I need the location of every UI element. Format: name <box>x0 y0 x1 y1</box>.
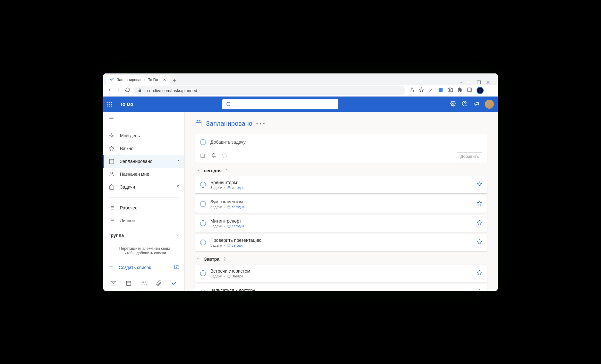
extension-pen-icon[interactable] <box>428 87 434 94</box>
task-content: Записаться к доктору Задачи • Завтра <box>210 288 472 291</box>
svg-marker-72 <box>477 239 482 244</box>
extensions-icon[interactable] <box>457 87 462 94</box>
todo-icon[interactable] <box>171 280 177 287</box>
sidebar-list-item[interactable]: Личное <box>103 214 184 227</box>
task-complete-circle[interactable] <box>200 201 206 207</box>
url-bar[interactable]: to-do.live.com/tasks/planned <box>134 86 405 95</box>
maximize-button[interactable]: ☐ <box>477 80 481 85</box>
calendar-icon[interactable] <box>126 280 131 287</box>
profile-avatar[interactable] <box>477 87 484 94</box>
settings-icon[interactable] <box>450 101 456 108</box>
search-icon <box>226 102 231 107</box>
task-item[interactable]: Встреча с юристом Задачи • Завтра <box>195 265 487 282</box>
repeat-icon[interactable] <box>222 153 227 159</box>
sidebar-item-calendar[interactable]: Запланировано 7 <box>103 155 184 168</box>
star-icon[interactable] <box>477 270 482 277</box>
group-header[interactable]: Группа <box>103 230 184 241</box>
user-icon <box>108 171 115 177</box>
bookmark-star-icon[interactable] <box>419 87 424 94</box>
svg-rect-67 <box>228 225 230 227</box>
due-date-icon[interactable] <box>200 153 205 159</box>
task-complete-circle[interactable] <box>200 240 206 245</box>
sidebar: Мой день Важно Запланировано 7 Назначен … <box>103 112 185 291</box>
task-complete-circle[interactable] <box>200 270 206 276</box>
user-avatar[interactable] <box>485 100 494 109</box>
close-button[interactable]: ✕ <box>486 80 490 85</box>
sidebar-item-label: Важно <box>120 146 133 151</box>
svg-point-2 <box>449 89 451 91</box>
task-content: Митинг-репорт Задачи • сегодня <box>210 218 472 228</box>
task-item[interactable]: Брейншторм Задачи • сегодня <box>195 176 487 193</box>
megaphone-icon[interactable] <box>473 101 479 108</box>
sidebar-item-home[interactable]: Задачи 9 <box>103 181 184 193</box>
star-icon[interactable] <box>477 200 482 207</box>
more-icon[interactable]: • • • <box>256 121 265 126</box>
task-complete-circle[interactable] <box>200 220 206 226</box>
nav-list: Мой день Важно Запланировано 7 Назначен … <box>103 127 184 196</box>
attachment-icon[interactable] <box>156 280 162 287</box>
help-icon[interactable] <box>462 101 468 108</box>
window-controls: — ☐ ✕ <box>459 80 495 85</box>
sidebar-item-count: 9 <box>177 184 179 189</box>
svg-rect-55 <box>196 121 201 126</box>
app-launcher-icon[interactable] <box>107 102 112 107</box>
sidebar-item-star[interactable]: Важно <box>103 142 184 155</box>
reload-button[interactable] <box>125 87 130 94</box>
side-panel-icon[interactable] <box>467 87 472 94</box>
minimize-button[interactable]: — <box>468 80 472 85</box>
reminder-icon[interactable] <box>211 153 216 159</box>
new-tab-button[interactable]: + <box>170 76 179 85</box>
add-task-toolbar: Добавить <box>195 150 487 163</box>
task-list-name: Задачи <box>210 274 222 278</box>
sun-icon <box>108 133 115 139</box>
create-list-button[interactable]: Создать список <box>103 260 184 275</box>
task-complete-circle[interactable] <box>200 182 206 188</box>
add-group-icon[interactable] <box>174 264 179 270</box>
mail-icon[interactable] <box>111 280 116 287</box>
list-icon <box>108 218 115 224</box>
sidebar-item-sun[interactable]: Мой день <box>103 129 184 142</box>
search-input[interactable] <box>222 99 338 109</box>
group-drop-zone[interactable]: Перетащите элементы сюда, чтобы добавить… <box>111 242 179 259</box>
svg-line-30 <box>113 134 113 134</box>
task-item[interactable]: Проверить презентацию Задачи • сегодня <box>195 234 487 251</box>
list-icon <box>108 205 115 211</box>
section-count: 4 <box>225 168 228 173</box>
star-icon[interactable] <box>477 289 482 291</box>
sidebar-list-item[interactable]: Рабочее <box>103 201 184 214</box>
divider <box>108 197 179 198</box>
task-item[interactable]: Записаться к доктору Задачи • Завтра <box>195 284 487 291</box>
star-icon[interactable] <box>477 181 482 188</box>
task-title: Записаться к доктору <box>210 288 472 291</box>
extension-camera-icon[interactable] <box>448 87 453 94</box>
browser-tab[interactable]: Запланировано - To Do ✕ <box>106 75 170 85</box>
browser-window: Запланировано - To Do ✕ + — ☐ ✕ to-do.li… <box>103 73 498 291</box>
people-icon[interactable] <box>141 280 147 287</box>
task-item[interactable]: Зум с клиентом Задачи • сегодня <box>195 195 487 213</box>
back-button[interactable] <box>107 87 112 94</box>
star-icon[interactable] <box>477 239 482 246</box>
star-icon[interactable] <box>477 220 482 227</box>
section-header[interactable]: сегодня 4 <box>195 165 487 176</box>
task-complete-circle[interactable] <box>200 290 206 291</box>
add-task-input[interactable] <box>210 140 482 145</box>
app-title[interactable]: To Do <box>120 101 133 107</box>
sidebar-item-label: Задачи <box>120 184 135 190</box>
sidebar-item-user[interactable]: Назначен мне <box>103 168 184 181</box>
task-item[interactable]: Митинг-репорт Задачи • сегодня <box>195 215 487 232</box>
calendar-icon <box>108 158 115 164</box>
chevron-down-icon[interactable] <box>459 80 463 85</box>
url-text: to-do.live.com/tasks/planned <box>144 88 197 93</box>
share-icon[interactable] <box>409 87 414 94</box>
task-meta: Задачи • сегодня <box>210 186 472 190</box>
extension-translate-icon[interactable] <box>438 87 443 94</box>
tab-close-icon[interactable]: ✕ <box>163 78 166 82</box>
forward-button[interactable] <box>116 87 121 94</box>
svg-point-22 <box>111 135 113 137</box>
add-button[interactable]: Добавить <box>457 152 482 160</box>
hamburger-icon[interactable] <box>108 117 114 123</box>
svg-point-13 <box>111 106 112 106</box>
browser-menu-icon[interactable]: ⋮ <box>488 87 494 94</box>
task-due-date: сегодня <box>227 224 245 228</box>
section-header[interactable]: Завтра 2 <box>195 254 487 265</box>
